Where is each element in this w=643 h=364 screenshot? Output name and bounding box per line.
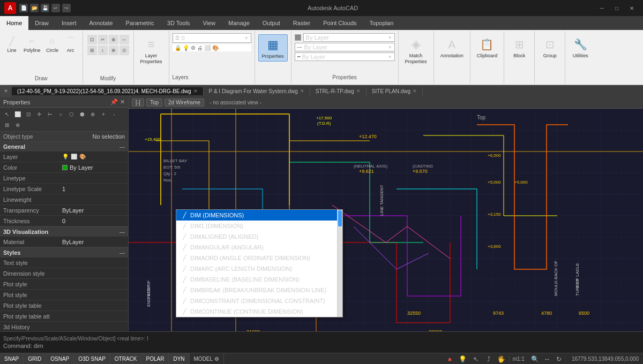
osnap-button[interactable]: OSNAP [46,353,74,364]
tab-raster[interactable]: Raster [287,16,317,30]
doc-tab-4[interactable]: SITE PLAN.dwg ✕ [367,87,423,95]
tab-annotate[interactable]: Annotate [83,16,119,30]
ac-item-dimconstraint[interactable]: ╱ DIMCONSTRAINT (DIMENSIONAL CONSTRAINT) [176,295,337,306]
prop-transparency-value[interactable]: ByLayer [62,207,125,214]
refresh-icon[interactable]: ↻ [554,354,564,365]
ac-item-dimbaseline[interactable]: ╱ DIMBASELINE (BASELINE DIMENSION) [176,274,337,285]
layer-icon-2[interactable]: 💡 [183,45,189,51]
tab-pointclouds[interactable]: Point Clouds [317,16,363,30]
zoom-icon[interactable]: 🔍 [530,354,541,365]
modify-btn-3[interactable]: ⊕ [109,35,118,44]
tab-topoplan[interactable]: Topoplan [363,16,400,30]
prop-color-value[interactable]: By Layer [62,164,125,171]
tab-draw[interactable]: Draw [28,16,55,30]
props-tool-poly[interactable]: ⬜ [13,109,23,119]
viewport[interactable]: [-] Top 2d Wireframe - no associated vie… [129,97,643,331]
prop-thickness-value[interactable]: 0 [62,218,125,224]
maximize-button[interactable]: □ [610,3,624,13]
doc-tab-2[interactable]: P & I Diagram For Water System.dwg ✕ [204,87,310,95]
undo-icon[interactable]: ↩ [51,4,60,12]
cad-canvas[interactable]: ╱ DIM (DIMENSIONS) ╱ DIM1 (DIMENSION) ╱ … [129,109,643,331]
modify-btn-4[interactable]: ↔ [119,35,129,44]
status-icon-3[interactable]: ↖ [470,354,481,365]
modify-btn-1[interactable]: ⊡ [87,35,97,44]
new-icon[interactable]: 📄 [19,4,28,12]
layer-icon-6[interactable]: 🎨 [212,45,219,51]
polyline-button[interactable]: ⌐ Polyline [21,34,43,54]
properties-button[interactable]: ▦ Properties [258,34,288,62]
tab-manage[interactable]: Manage [222,16,256,30]
viewport-top-btn[interactable]: Top [146,98,162,107]
status-icon-4[interactable]: ⤴ [483,354,494,365]
modify-btn-5[interactable]: ⊞ [87,46,97,55]
tab-parametric[interactable]: Parametric [119,16,161,30]
props-tool-add[interactable]: + [99,109,108,119]
props-tool-wpolygon[interactable]: ⬡ [66,109,76,119]
ac-item-dimcontinue[interactable]: ╱ DIMCONTINUE (CONTINUE DIMENSION) [176,306,337,317]
doc-tab-4-close[interactable]: ✕ [413,88,417,94]
close-button[interactable]: ✕ [625,3,639,13]
props-tool-window[interactable]: ⊡ [24,109,33,119]
tab-3dtools[interactable]: 3D Tools [161,16,197,30]
doc-tab-3-close[interactable]: ✕ [356,88,361,94]
arc-button[interactable]: ⌒ Arc [62,34,79,54]
layer-dropdown-1[interactable]: ☰ 0 ▼ [173,33,251,43]
modify-btn-7[interactable]: ⊗ [109,46,118,55]
tab-view[interactable]: View [196,16,222,30]
snap-button[interactable]: SNAP [0,353,24,364]
lineweight-dropdown[interactable]: ━ By Layer ▼ [295,52,395,61]
new-tab-button[interactable]: + [0,85,12,97]
props-tool-all[interactable]: ⊞ [2,120,12,130]
tab-home[interactable]: Home [0,16,28,30]
pan-icon[interactable]: ↔ [542,354,552,365]
props-tool-filter[interactable]: ⊕ [88,109,98,119]
prop-linetype-scale-value[interactable]: 1 [62,186,125,192]
ac-item-dimarc[interactable]: ╱ DIMARC (ARC LENGTH DIMENSION) [176,263,337,274]
ac-item-dim1[interactable]: ╱ DIM1 (DIMENSION) [176,221,337,231]
open-icon[interactable]: 📂 [30,4,39,12]
otrack-button[interactable]: OTRACK [110,353,142,364]
layer-icon-3[interactable]: ⚙ [191,45,196,51]
props-tool-lasso[interactable]: ○ [56,109,65,119]
viewport-wireframe-btn[interactable]: 2d Wireframe [165,98,204,107]
autocomplete-scrollbar[interactable] [337,210,342,317]
circle-button[interactable]: ○ Circle [44,34,61,54]
layer-icon-4[interactable]: 🖨 [197,45,203,51]
color-dropdown[interactable]: By Layer ▼ [303,33,395,42]
save-icon[interactable]: 💾 [41,4,49,12]
clipboard-button[interactable]: 📋 Clipboard [474,34,501,60]
line-button[interactable]: ╱ Line [3,34,20,54]
ac-item-dimbreak[interactable]: ╱ DIMBREAK (BREAK/UNBREAK DIMENSION LINE… [176,285,337,295]
doc-tab-3[interactable]: STRL-R-TP.dwg ✕ [310,87,367,95]
props-tool-remove[interactable]: - [109,109,119,119]
layer-properties-button[interactable]: ≡ LayerProperties [137,34,166,66]
ac-item-dimaligned[interactable]: ╱ DIMALIGNED (ALIGNED) [176,231,337,242]
linetype-dropdown[interactable]: — By Layer ▼ [295,43,395,51]
redo-icon[interactable]: ↪ [62,4,71,12]
props-tool-cpolygon[interactable]: ⬢ [77,109,87,119]
block-button[interactable]: ⊞ Block [507,34,531,60]
o3dsnap-button[interactable]: O3D SNAP [74,353,110,364]
tab-output[interactable]: Output [256,16,287,30]
ac-item-dim[interactable]: ╱ DIM (DIMENSIONS) [176,210,337,221]
props-tool-cross[interactable]: ✛ [34,109,44,119]
status-icon-5[interactable]: 🖐 [496,354,507,365]
doc-tab-1[interactable]: (12-40-56_PM_9-19-2022)(12-54-58_16.09.2… [12,87,204,95]
autocomplete-dropdown[interactable]: ╱ DIM (DIMENSIONS) ╱ DIM1 (DIMENSION) ╱ … [176,209,343,317]
layer-icon-5[interactable]: ⬜ [204,45,211,51]
props-close-icon[interactable]: ✕ [120,98,125,105]
annotation-button[interactable]: A Annotation [437,34,467,60]
layer-icon-1[interactable]: 🔒 [175,45,181,51]
modify-btn-6[interactable]: ↕ [98,46,108,55]
ac-item-dimangular[interactable]: ╱ DIMANGULAR (ANGULAR) [176,242,337,253]
prop-layer-value[interactable]: 💡 ⬜ 🎨 [62,154,125,160]
props-tool-select[interactable]: ↖ [2,109,12,119]
viewport-nav-btn[interactable]: [-] [132,98,144,107]
tab-insert[interactable]: Insert [55,16,83,30]
utilities-button[interactable]: 🔧 Utilities [569,34,592,60]
styles-section-header[interactable]: Styles — [0,248,128,257]
props-tool-none[interactable]: ⊗ [13,120,23,130]
modify-btn-2[interactable]: ✂ [98,35,108,44]
polar-button[interactable]: POLAR [142,353,169,364]
status-icon-2[interactable]: 💡 [458,354,468,365]
